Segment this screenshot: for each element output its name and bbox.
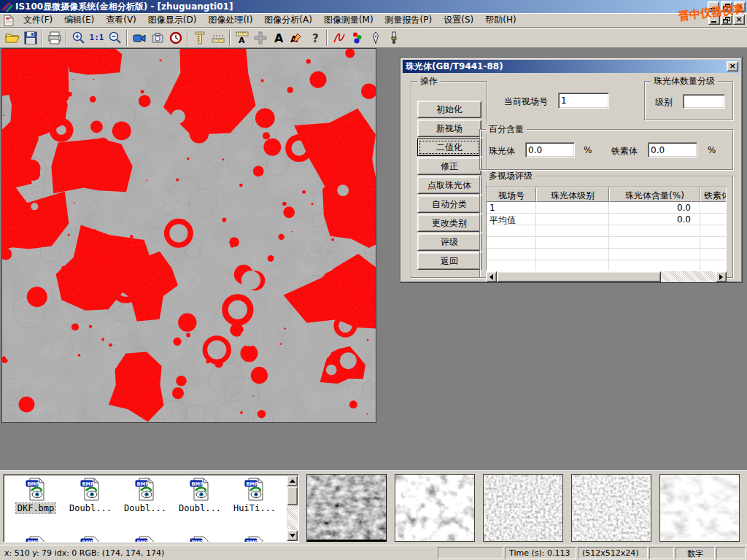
curve-measure-button[interactable] [330,29,348,47]
document-icon[interactable] [3,15,15,26]
print-button[interactable] [45,29,63,47]
scroll-track[interactable] [661,271,716,282]
timer-button[interactable] [166,29,185,47]
binarize-button[interactable]: 二值化 [417,139,481,156]
save-button[interactable] [21,29,39,47]
table-row[interactable]: 1 0.0 [487,202,727,214]
merge-cross-button[interactable] [251,29,269,47]
cross-grid-icon [253,31,268,45]
app-logo-icon [1,1,13,12]
thumbnail-2[interactable] [395,474,475,542]
pick-pearlite-button[interactable]: 点取珠光体 [417,176,481,194]
minimize-button[interactable] [708,1,719,12]
menu-edit[interactable]: 编辑(E) [58,12,100,28]
scroll-left-button[interactable] [486,271,497,282]
zoom-in-button[interactable] [69,29,88,47]
col-pearlite-content[interactable]: 珠光体含量(%) [609,187,700,202]
file-item[interactable]: BMP HuiTi... [228,478,281,513]
camera-capture-button[interactable] [148,29,166,47]
menu-view[interactable]: 查看(V) [100,12,142,28]
mdi-restore-button[interactable] [721,15,732,25]
zoom-out-button[interactable] [106,29,124,47]
close-button[interactable]: × [734,1,746,12]
level-input[interactable] [683,94,725,109]
letter-a-pencil-icon: A [290,31,304,45]
thumbnail-4[interactable] [571,474,651,542]
file-item-partial[interactable]: BMP [228,536,281,542]
menu-image-process[interactable]: 图像处理(I) [202,12,258,28]
status-pane-empty [438,547,503,559]
table-row[interactable]: 平均值 0.0 [487,214,727,225]
thumbnail-3[interactable] [483,474,563,542]
actual-size-button[interactable]: 1:1 [88,29,106,47]
pearlite-percent-input[interactable] [525,142,575,158]
file-item[interactable]: BMP Doubl... [119,478,171,513]
table-row-empty [487,260,727,271]
text-annotation-button[interactable]: A [269,29,287,47]
dialog-close-button[interactable]: × [727,61,738,71]
svg-text:BMP: BMP [247,540,259,542]
new-field-button[interactable]: 新视场 [417,120,481,137]
video-capture-button[interactable] [130,29,148,47]
scroll-thumb[interactable] [497,271,661,282]
phase-classify-button[interactable] [348,29,366,47]
colored-balls-icon [350,31,365,45]
file-item-partial[interactable]: BMP [174,536,226,542]
help-button[interactable]: ? [306,29,324,47]
menu-file[interactable]: 文件(F) [18,12,58,28]
level-label: 级别 [655,96,673,109]
file-item-partial[interactable]: BMP [119,536,171,542]
col-ferrite-content[interactable]: 铁素体含量(%) [700,187,727,202]
menu-report[interactable]: 测量报告(P) [379,12,438,28]
svg-text:?: ? [312,32,319,45]
file-item-partial[interactable]: BMP [9,536,62,542]
edit-annotation-button[interactable]: A [287,29,306,47]
change-class-button[interactable]: 更改类别 [417,214,481,232]
file-item[interactable]: BMP DKF.bmp [9,478,62,513]
file-item-partial[interactable]: BMP [64,536,117,542]
pen-button[interactable] [366,29,384,47]
micrograph-image[interactable] [1,48,376,423]
open-folder-button[interactable] [3,29,21,47]
auto-classify-button[interactable]: 自动分类 [417,195,481,213]
dialog-title-bar[interactable]: 珠光体(GB/T9441-88) × [403,60,740,73]
file-item[interactable]: BMP Doubl... [174,478,226,513]
menu-help[interactable]: 帮助(H) [479,12,522,28]
col-pearlite-grade[interactable]: 珠光体级别 [536,187,609,202]
col-field-no[interactable]: 视场号 [487,187,536,202]
ferrite-percent-input[interactable] [648,142,697,158]
restore-button[interactable] [721,1,732,12]
measure-label-button[interactable]: A [233,29,251,47]
thumbnail-1[interactable] [306,474,387,542]
menu-bar: 文件(F) 编辑(E) 查看(V) 图像显示(D) 图像处理(I) 图像分析(A… [0,13,747,28]
rate-button[interactable]: 评级 [417,233,481,251]
menu-image-measure[interactable]: 图像测量(M) [318,12,379,28]
mdi-minimize-button[interactable] [708,15,720,25]
scroll-down-button[interactable] [287,530,298,541]
scroll-up-button[interactable] [287,475,298,486]
correct-button[interactable]: 修正 [417,158,481,175]
caliper-button[interactable] [190,29,209,47]
file-item[interactable]: BMP Doubl... [64,478,117,513]
current-field-input[interactable] [558,93,609,109]
bmp-file-icon: BMP [134,536,156,542]
file-list[interactable]: BMP DKF.bmp BMP Doubl... [3,474,299,542]
scroll-track[interactable] [287,505,298,530]
bmp-file-icon: BMP [80,478,101,501]
thumbnail-5[interactable] [659,474,740,542]
return-button[interactable]: 返回 [417,252,481,270]
scroll-thumb[interactable] [287,486,298,505]
print-icon [47,31,62,45]
ruler-button[interactable] [209,29,227,47]
menu-image-analysis[interactable]: 图像分析(A) [258,12,318,28]
menu-settings[interactable]: 设置(S) [438,12,479,28]
brush-button[interactable] [384,29,403,47]
menu-image-display[interactable]: 图像显示(D) [142,12,203,28]
initialize-button[interactable]: 初始化 [417,101,481,118]
bmp-file-icon: BMP [189,536,211,542]
video-camera-icon [132,31,147,45]
file-name: Doubl... [123,503,168,513]
mdi-close-button[interactable]: × [733,15,745,25]
svg-text:A: A [274,31,284,45]
scroll-right-button[interactable] [716,271,727,282]
